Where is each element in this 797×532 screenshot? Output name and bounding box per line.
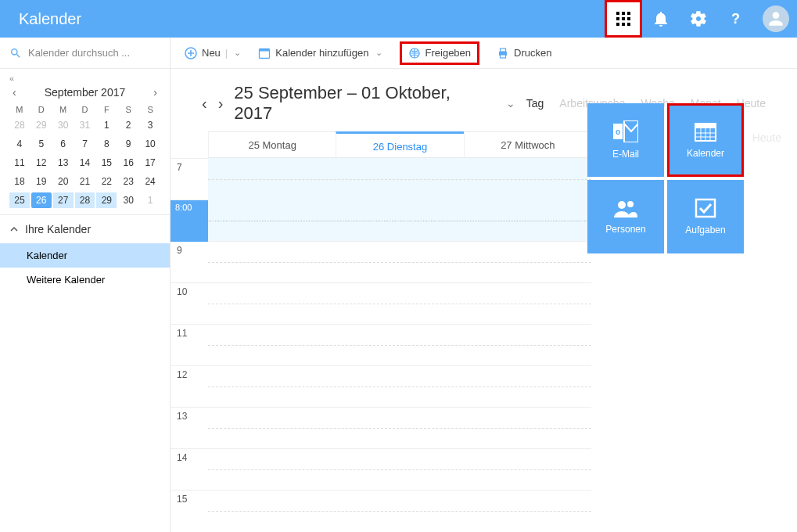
mini-collapse[interactable]: « (9, 74, 160, 83)
mini-day-cell[interactable]: 15 (96, 155, 117, 171)
mini-day-cell[interactable]: 12 (31, 155, 52, 171)
help-icon[interactable]: ? (717, 0, 755, 38)
mini-day-cell[interactable]: 1 (96, 117, 117, 133)
app-tile-e-mail[interactable]: oE-Mail (587, 103, 664, 177)
view-switch-tag[interactable]: Tag (526, 97, 544, 110)
svg-rect-3 (616, 17, 619, 20)
mini-day-cell[interactable]: 18 (9, 174, 30, 189)
mini-day-cell[interactable]: 26 (31, 192, 52, 208)
svg-rect-12 (260, 49, 270, 51)
apps-launcher-icon[interactable] (605, 0, 642, 38)
calendar-list-item[interactable]: Kalender (0, 243, 170, 268)
time-row[interactable]: 8:00 (171, 200, 591, 241)
app-title: Kalender (19, 10, 81, 28)
mini-day-cell[interactable]: 14 (75, 155, 95, 171)
date-range-title[interactable]: 25 September – 01 Oktober, 2017 (234, 83, 490, 124)
mini-month-title[interactable]: September 2017 (45, 86, 126, 99)
time-row[interactable]: 9 (171, 241, 591, 282)
mini-day-cell[interactable]: 28 (75, 192, 95, 208)
main-content: Neu |⌄ Kalender hinzufügen ⌄ Freigeben D… (171, 38, 797, 532)
mini-day-cell[interactable]: 28 (9, 117, 30, 133)
mini-calendar: « ‹ September 2017 › MDMDFSS282930311234… (0, 69, 170, 215)
mini-day-cell[interactable]: 6 (53, 136, 74, 152)
settings-icon[interactable] (680, 0, 717, 38)
svg-point-27 (627, 201, 634, 207)
calendar-list-item[interactable]: Weitere Kalender (0, 268, 170, 292)
time-grid[interactable]: 78:009101112131415 (171, 158, 591, 531)
mini-weekday-header: M (53, 105, 74, 114)
mini-day-cell[interactable]: 22 (96, 174, 117, 189)
mini-day-cell[interactable]: 31 (75, 117, 95, 133)
add-calendar-button[interactable]: Kalender hinzufügen ⌄ (258, 47, 382, 59)
app-tile-aufgaben[interactable]: Aufgaben (667, 180, 744, 253)
mini-day-cell[interactable]: 19 (31, 174, 52, 189)
svg-rect-20 (695, 124, 716, 128)
svg-text:?: ? (731, 11, 740, 27)
day-column-header[interactable]: 26 Dienstag (336, 131, 463, 157)
time-row[interactable]: 10 (171, 282, 591, 324)
mini-day-cell[interactable]: 16 (118, 155, 138, 171)
day-column-header[interactable]: 25 Montag (208, 132, 336, 157)
mini-day-cell[interactable]: 29 (96, 192, 117, 208)
mini-day-cell[interactable]: 3 (140, 117, 160, 133)
svg-rect-28 (696, 200, 715, 217)
mini-day-cell[interactable]: 2 (118, 117, 138, 133)
mini-day-cell[interactable]: 10 (140, 136, 160, 152)
app-tiles: oE-MailKalenderPersonenAufgaben (587, 103, 744, 253)
date-range-dropdown-icon[interactable]: ⌄ (506, 97, 515, 110)
mini-day-cell[interactable]: 7 (75, 136, 95, 152)
svg-rect-0 (616, 12, 619, 15)
mini-weekday-header: M (9, 105, 30, 114)
mini-weekday-header: F (96, 105, 117, 114)
mini-prev-month[interactable]: ‹ (9, 84, 20, 100)
mini-day-cell[interactable]: 8 (96, 136, 117, 152)
mini-day-cell[interactable]: 23 (118, 174, 138, 189)
time-row[interactable]: 7 (171, 158, 591, 200)
mini-day-cell[interactable]: 9 (118, 136, 138, 152)
mini-day-cell[interactable]: 21 (75, 174, 95, 189)
mini-day-cell[interactable]: 29 (31, 117, 52, 133)
time-row[interactable]: 14 (171, 448, 591, 490)
mini-day-cell[interactable]: 24 (140, 174, 160, 189)
app-tile-personen[interactable]: Personen (587, 180, 664, 253)
svg-rect-1 (622, 12, 625, 15)
mini-day-cell[interactable]: 20 (53, 174, 74, 189)
time-label: 11 (171, 325, 208, 365)
time-row[interactable]: 11 (171, 324, 591, 365)
notifications-icon[interactable] (642, 0, 680, 38)
next-range[interactable]: › (218, 95, 224, 113)
time-label: 14 (171, 449, 208, 490)
svg-rect-6 (616, 23, 619, 26)
svg-rect-2 (627, 12, 630, 15)
prev-range[interactable]: ‹ (202, 95, 207, 113)
mini-day-cell[interactable]: 11 (9, 155, 30, 171)
share-button[interactable]: Freigeben (400, 41, 480, 65)
app-header: Kalender ? (0, 0, 797, 38)
mini-next-month[interactable]: › (150, 84, 160, 100)
mini-day-cell[interactable]: 27 (53, 192, 74, 208)
new-button[interactable]: Neu |⌄ (185, 47, 241, 59)
mini-day-cell[interactable]: 25 (9, 192, 30, 208)
toolbar: Neu |⌄ Kalender hinzufügen ⌄ Freigeben D… (171, 38, 797, 69)
mini-day-cell[interactable]: 30 (118, 192, 138, 208)
mini-day-cell[interactable]: 13 (53, 155, 74, 171)
svg-rect-4 (622, 17, 625, 20)
print-button[interactable]: Drucken (497, 47, 551, 59)
mini-day-cell[interactable]: 30 (53, 117, 74, 133)
time-row[interactable]: 12 (171, 365, 591, 407)
app-tile-kalender[interactable]: Kalender (667, 103, 744, 177)
time-row[interactable]: 15 (171, 490, 591, 531)
search-input[interactable]: Kalender durchsuch ... (0, 38, 170, 69)
user-avatar[interactable] (763, 5, 789, 32)
mini-day-cell[interactable]: 5 (31, 136, 52, 152)
mini-day-cell[interactable]: 4 (9, 136, 30, 152)
time-row[interactable]: 13 (171, 407, 591, 448)
your-calendars-header[interactable]: Ihre Kalender (0, 215, 170, 243)
day-column-header[interactable]: 27 Mittwoch (464, 132, 591, 157)
mini-day-cell[interactable]: 17 (140, 155, 160, 171)
today-ghost-label: Heute (752, 131, 781, 144)
add-calendar-label: Kalender hinzufügen (275, 47, 368, 59)
mini-day-cell[interactable]: 1 (140, 192, 160, 208)
mini-weekday-header: D (31, 105, 52, 114)
mini-weekday-header: D (75, 105, 95, 114)
